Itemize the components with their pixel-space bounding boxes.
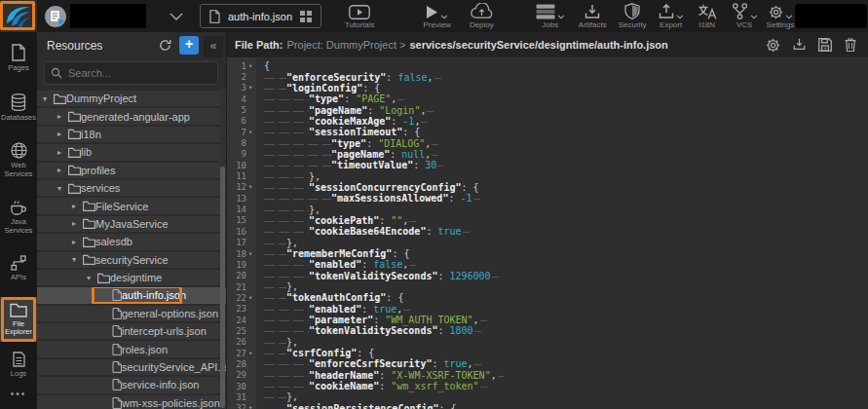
grid-icon[interactable] [300,11,312,22]
code-token: "wm_xsrf_token" [391,381,478,391]
i18n-icon [698,3,717,19]
fold-toggle-icon[interactable]: ▾ [246,404,254,409]
whitespace-mark [472,193,481,204]
fold-toggle-icon[interactable]: ▾ [246,183,254,191]
chevron-right-icon[interactable]: ▸ [72,202,83,210]
tree-item-auth-info-json[interactable]: auth-info.json [37,287,226,305]
topbar-tutorials-button[interactable]: Tutorials [345,3,374,29]
gutter-cell: 3▾ [227,83,256,93]
project-switcher-icon[interactable] [44,5,67,28]
chevron-down-icon[interactable]: ▾ [87,274,97,282]
topbar-i18n-button[interactable]: I18N [698,3,717,29]
chevron-right-icon[interactable]: ▸ [57,112,68,121]
chevron-down-icon[interactable]: ▾ [43,94,54,103]
code-token: : { [462,182,479,193]
folder-icon [68,111,81,122]
fold-toggle-icon[interactable]: ▾ [246,84,254,92]
refresh-icon[interactable] [159,39,171,52]
tree-item-generated-angular-app[interactable]: ▸generated-angular-app [37,108,226,126]
settings-button[interactable] [766,38,780,53]
topbar-settings-button[interactable]: Settings [767,3,795,29]
delete-button[interactable] [845,38,856,53]
fold-toggle-icon[interactable]: ▾ [246,350,254,357]
search-input[interactable] [44,61,218,85]
sidebar-item-java-services[interactable]: Java Services [0,193,37,240]
tree-item-label: auth-info.json [122,289,186,301]
sidebar-item-logs[interactable]: Logs [0,346,37,384]
sidebar-item-databases[interactable]: Databases [0,88,37,128]
topbar-vcs-button[interactable]: VCS [732,3,758,29]
tree-item-wm-xss-policies-json[interactable]: wm-xss-policies.json [37,395,226,409]
add-resource-button[interactable]: + [179,36,199,55]
indent-guide [264,182,309,193]
code-token: "tokenValiditySeconds" [309,325,437,336]
topbar-security-button[interactable]: Security [619,3,647,29]
toolbar-item-label: I18N [698,20,715,29]
chevron-right-icon[interactable]: ▸ [72,219,83,228]
folder-icon [68,147,81,158]
download-button[interactable] [793,38,806,53]
chevron-right-icon[interactable]: ▸ [72,238,83,246]
code-token: -1 [460,193,472,204]
tree-item-myjavaservice[interactable]: ▸MyJavaService [37,216,226,234]
topbar-jobs-button[interactable]: Jobs [536,3,565,29]
code-token: "sessionPersistenceConfig" [286,403,439,409]
code-token: "tokenValiditySeconds" [309,271,437,281]
collapse-panel-button[interactable]: « [204,36,223,57]
chevron-down-icon[interactable]: ▾ [72,255,83,264]
chevron-down-icon[interactable] [170,13,183,20]
code-token: 1296000 [450,271,491,281]
tree-item-salesdb[interactable]: ▸salesdb [37,234,226,251]
tree-item-intercept-urls-json[interactable]: intercept-urls.json [37,323,226,341]
topbar-deploy-button[interactable]: Deploy [470,3,494,29]
sidebar-item-web-services[interactable]: Web Services [0,136,37,183]
more-options-button[interactable]: ••• [0,383,37,409]
whitespace-mark [431,149,439,160]
code-token: "pageName" [331,149,390,160]
tree-item-designtime[interactable]: ▾designtime [37,270,226,287]
fold-toggle-icon[interactable]: ▾ [246,129,254,136]
file-icon [112,379,122,390]
tree-scrollbar-thumb[interactable] [220,167,225,408]
tree-item-services[interactable]: ▾services [37,180,226,198]
topbar-export-button[interactable]: Export [659,3,684,29]
indent-guide [264,370,309,381]
tree-item-general-options-json[interactable]: general-options.json [37,306,226,323]
sidebar-item-apis[interactable]: APIs [0,249,37,287]
tree-item-roles-json[interactable]: roles.json [37,341,226,358]
fold-toggle-icon[interactable]: ▾ [246,250,254,258]
download-icon [585,4,600,19]
gutter-cell: 10 [227,160,256,170]
gutter-cell: 23 [227,304,256,315]
gutter-cell: 4 [227,93,256,104]
code-line: 4"type": "PAGE", [227,93,868,104]
sidebar-item-file-explorer[interactable]: File Explorer [0,297,37,342]
fold-toggle-icon[interactable]: ▾ [246,62,254,70]
gutter-cell: 18▾ [227,248,256,259]
chevron-right-icon[interactable]: ▸ [57,148,68,157]
chevron-right-icon[interactable]: ▸ [57,130,68,138]
topbar-preview-button[interactable]: Preview [423,3,450,29]
fold-toggle-icon[interactable]: ▾ [246,294,254,302]
folder-icon [83,218,95,229]
code-surface[interactable]: 1▾{2"enforceSecurity": false,3▾"loginCon… [227,57,868,409]
tree-item-dummyproject[interactable]: ▾DummyProject [37,91,226,108]
save-button[interactable] [818,38,832,53]
chevron-right-icon[interactable]: ▸ [57,166,68,174]
chevron-down-icon[interactable]: ▾ [57,184,68,193]
tree-item-securityservice-api-json[interactable]: securityService_API.json [37,359,226,377]
sidebar-item-pages[interactable]: Pages [0,38,37,78]
folder-icon [10,303,27,317]
tree-item-profiles[interactable]: ▸profiles [37,163,226,180]
app-logo[interactable] [0,0,37,32]
tree-item-lib[interactable]: ▸lib [37,144,226,162]
code-token: }, [309,204,321,215]
tree-item-fileservice[interactable]: ▸FileService [37,198,226,215]
tree-item-i18n[interactable]: ▸i18n [37,127,226,144]
tree-item-service-info-json[interactable]: service-info.json [37,377,226,394]
code-line: 32▾"sessionPersistenceConfig": { [227,403,868,409]
tree-item-securityservice[interactable]: ▾securityService [37,252,226,270]
topbar-artifacts-button[interactable]: Artifacts [579,3,607,29]
open-file-tab[interactable]: auth-info.json [200,4,321,28]
gutter-cell: 29 [227,370,256,381]
